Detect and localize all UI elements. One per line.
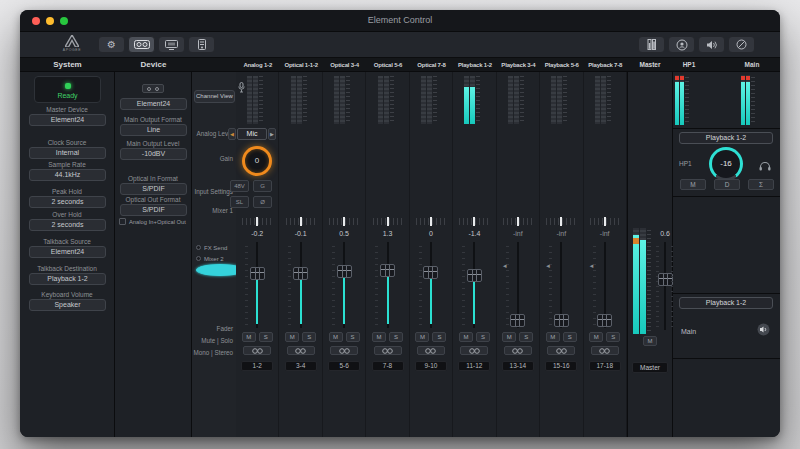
field-value-button[interactable]: S/PDIF (120, 204, 187, 216)
fader-handle[interactable] (337, 265, 352, 278)
solo-button[interactable]: S (302, 332, 316, 342)
pan-handle[interactable] (256, 217, 258, 226)
pan-handle[interactable] (604, 217, 606, 226)
radio-icon[interactable] (196, 256, 201, 261)
device-name-button[interactable]: Element24 (120, 98, 187, 110)
gain-knob[interactable]: 0 (242, 146, 272, 176)
hp-control-button[interactable]: M (680, 179, 706, 190)
pan-handle[interactable] (430, 217, 432, 226)
analog-optical-checkbox[interactable]: Analog In+Optical Out (119, 218, 189, 225)
field-value-button[interactable]: Element24 (29, 114, 106, 126)
mute-button[interactable]: M (372, 332, 386, 342)
fader[interactable]: ◄ (540, 242, 582, 328)
stereo-link-button[interactable] (417, 346, 445, 355)
meters-view-icon[interactable] (638, 36, 665, 53)
level-next-arrow-icon[interactable]: ▶ (268, 128, 276, 140)
field-value-button[interactable]: 2 seconds (29, 196, 106, 208)
monitor-view-icon[interactable] (158, 36, 185, 53)
main-speaker-icon[interactable] (757, 322, 770, 340)
pan-handle[interactable] (517, 217, 519, 226)
radio-icon[interactable] (196, 245, 201, 250)
fader-handle[interactable] (467, 269, 482, 282)
hp-source-dropdown[interactable]: Playback 1-2 (679, 132, 773, 144)
solo-button[interactable]: S (606, 332, 620, 342)
hp-control-button[interactable]: Σ (748, 179, 774, 190)
fader[interactable]: ◄ (366, 242, 408, 328)
fader[interactable]: ◄ (584, 242, 626, 328)
pan-slider[interactable] (590, 218, 620, 225)
stereo-link-button[interactable] (243, 346, 271, 355)
stereo-link-button[interactable] (591, 346, 619, 355)
hp-volume-knob[interactable]: -16 (709, 147, 743, 181)
pan-handle[interactable] (343, 217, 345, 226)
master-mute-button[interactable]: M (643, 336, 657, 346)
fader[interactable]: ◄ (236, 242, 278, 328)
channel-view-button[interactable]: Channel View (194, 90, 235, 103)
field-value-button[interactable]: Internal (29, 147, 106, 159)
solo-button[interactable]: S (432, 332, 446, 342)
settings-gear-icon[interactable]: ⚙ (98, 36, 125, 53)
fader-mode-option[interactable]: FX Send (196, 243, 236, 252)
stereo-link-button[interactable] (547, 346, 575, 355)
stereo-link-button[interactable] (460, 346, 488, 355)
stereo-link-button[interactable] (287, 346, 315, 355)
input-setting-button[interactable]: Ø (253, 196, 272, 208)
master-fader[interactable] (656, 242, 674, 330)
mute-button[interactable]: M (502, 332, 516, 342)
fader-handle[interactable] (597, 314, 612, 327)
level-prev-arrow-icon[interactable]: ◀ (228, 128, 236, 140)
pan-handle[interactable] (387, 217, 389, 226)
stereo-link-button[interactable] (504, 346, 532, 355)
rack-device-icon[interactable] (188, 36, 215, 53)
field-value-button[interactable]: -10dBV (120, 148, 187, 160)
checkbox-icon[interactable] (119, 218, 126, 225)
mute-button[interactable]: M (329, 332, 343, 342)
mute-button[interactable]: M (459, 332, 473, 342)
field-value-button[interactable]: Element24 (29, 246, 106, 258)
fader-handle[interactable] (250, 267, 265, 280)
solo-button[interactable]: S (389, 332, 403, 342)
solo-button[interactable]: S (563, 332, 577, 342)
pan-slider[interactable] (546, 218, 576, 225)
fader-handle[interactable] (380, 264, 395, 277)
fader[interactable]: ◄ (453, 242, 495, 328)
pan-slider[interactable] (242, 218, 272, 225)
pan-slider[interactable] (286, 218, 316, 225)
fader-handle[interactable] (423, 266, 438, 279)
fader-mode-option[interactable]: Mixer 1 (196, 265, 236, 274)
pan-handle[interactable] (560, 217, 562, 226)
fader-handle[interactable] (554, 314, 569, 327)
input-setting-button[interactable]: G (253, 180, 272, 192)
pan-handle[interactable] (473, 217, 475, 226)
fader[interactable]: ◄ (497, 242, 539, 328)
fader[interactable]: ◄ (323, 242, 365, 328)
fader-handle[interactable] (510, 314, 525, 327)
stereo-link-button[interactable] (330, 346, 358, 355)
mute-button[interactable]: M (589, 332, 603, 342)
mute-button[interactable]: M (285, 332, 299, 342)
mute-button[interactable]: M (242, 332, 256, 342)
fader[interactable]: ◄ (410, 242, 452, 328)
pan-slider[interactable] (416, 218, 446, 225)
field-value-button[interactable]: Line (120, 124, 187, 136)
input-setting-button[interactable]: 48V (230, 180, 249, 192)
pan-slider[interactable] (373, 218, 403, 225)
pan-slider[interactable] (459, 218, 489, 225)
dim-icon[interactable] (728, 36, 755, 53)
speaker-icon[interactable] (698, 36, 725, 53)
talkback-icon[interactable] (668, 36, 695, 53)
main-source-dropdown[interactable]: Playback 1-2 (679, 297, 773, 309)
mute-button[interactable]: M (546, 332, 560, 342)
pan-slider[interactable] (329, 218, 359, 225)
solo-button[interactable]: S (259, 332, 273, 342)
field-value-button[interactable]: 44.1kHz (29, 169, 106, 181)
analog-level-value[interactable]: Mic (237, 128, 267, 140)
pan-handle[interactable] (300, 217, 302, 226)
solo-button[interactable]: S (476, 332, 490, 342)
pan-slider[interactable] (503, 218, 533, 225)
field-value-button[interactable]: S/PDIF (120, 183, 187, 195)
fader-handle[interactable] (293, 267, 308, 280)
stereo-link-button[interactable] (374, 346, 402, 355)
mute-button[interactable]: M (415, 332, 429, 342)
fader-mode-option[interactable]: Mixer 2 (196, 254, 236, 263)
